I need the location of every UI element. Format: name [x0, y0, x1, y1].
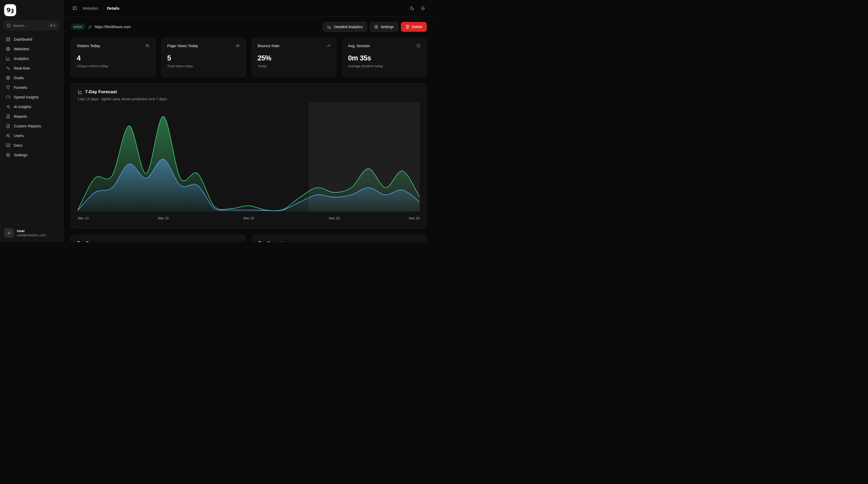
- stat-value: 25%: [257, 54, 331, 62]
- sidebar-item-reports[interactable]: Reports: [3, 112, 60, 121]
- chart-column-icon: [327, 25, 332, 29]
- stat-value: 4: [77, 54, 150, 62]
- sidebar-item-realtime[interactable]: Real-time: [3, 64, 60, 73]
- stat-card-visitors: Visitors Today 4 Unique visitors today: [71, 38, 156, 77]
- activity-icon: [6, 66, 10, 70]
- stat-value: 0m 35s: [348, 54, 421, 62]
- search-placeholder: Search...: [13, 24, 46, 28]
- svg-text:Mar 15: Mar 15: [158, 216, 169, 220]
- stat-caption: Total views today: [167, 64, 240, 68]
- funnel-icon: [6, 85, 10, 90]
- notifications-button[interactable]: [418, 4, 427, 13]
- sidebar-item-label: Analytics: [14, 57, 29, 61]
- page-content: active https://the9thave.com Detailed An…: [63, 17, 434, 242]
- search-input[interactable]: Search... ⌘ K: [4, 21, 60, 30]
- stat-caption: Average duration today: [348, 64, 421, 68]
- theme-toggle-button[interactable]: [407, 4, 416, 13]
- delete-button[interactable]: Delete: [401, 22, 427, 32]
- settings-button[interactable]: Settings: [370, 22, 398, 32]
- trash-icon: [405, 25, 409, 29]
- app-logo[interactable]: 9ȝ: [4, 4, 16, 16]
- sparkles-icon: [6, 105, 10, 109]
- sidebar-item-label: Funnels: [14, 85, 27, 90]
- forecast-area-chart: Mar 10Mar 15Mar 20Mar 25Mar 30: [78, 103, 420, 225]
- sidebar-item-dashboard[interactable]: Dashboard: [3, 35, 60, 44]
- users-icon: [6, 133, 10, 138]
- sidebar-item-ai-insights[interactable]: AI Insights: [3, 103, 60, 111]
- sidebar-item-websites[interactable]: Websites: [3, 45, 60, 53]
- sidebar-item-label: Docs: [14, 143, 22, 147]
- panel-left-icon: [72, 6, 77, 10]
- sidebar-item-users[interactable]: Users: [3, 131, 60, 140]
- stat-card-avg-session: Avg. Session 0m 35s Average duration tod…: [342, 38, 427, 77]
- sidebar-item-label: Users: [14, 134, 24, 138]
- sidebar-item-speed-insights[interactable]: Speed Insights: [3, 93, 60, 102]
- breadcrumb-websites[interactable]: Websites: [83, 6, 98, 10]
- detailed-analytics-button[interactable]: Detailed Analytics: [323, 22, 367, 32]
- top-pages-title: Top Pages: [77, 241, 239, 242]
- moon-icon: [410, 6, 414, 10]
- main-area: Websites Details active https://the9thav…: [63, 0, 434, 242]
- detailed-analytics-label: Detailed Analytics: [334, 25, 363, 29]
- link-icon: [88, 25, 92, 29]
- sidebar-item-label: Reports: [14, 114, 27, 118]
- bottom-row: Top Pages Top Countries: [71, 235, 427, 242]
- top-countries-card: Top Countries: [252, 235, 427, 242]
- stat-caption: Today: [257, 64, 331, 68]
- forecast-title: 7-Day Forecast: [85, 89, 117, 94]
- site-url[interactable]: https://the9thave.com: [95, 25, 131, 29]
- forecast-subtitle: Last 14 days · lighter area shows predic…: [78, 97, 420, 101]
- file-plus-icon: [6, 124, 10, 129]
- settings-label: Settings: [381, 25, 394, 29]
- top-countries-title: Top Countries: [258, 241, 420, 242]
- sidebar-item-label: Goals: [14, 76, 24, 80]
- sidebar-item-custom-reports[interactable]: Custom Reports: [3, 122, 60, 131]
- topbar-actions: [407, 4, 427, 13]
- sidebar-item-goals[interactable]: Goals: [3, 74, 60, 82]
- user-email: user@ninelytics.com: [17, 233, 46, 237]
- search-shortcut: ⌘ K: [49, 23, 57, 28]
- sidebar-item-analytics[interactable]: Analytics: [3, 54, 60, 63]
- sidebar-item-label: Websites: [14, 47, 29, 51]
- stat-card-bounce-rate: Bounce Rate 25% Today: [252, 38, 336, 77]
- status-badge: active: [71, 24, 85, 30]
- book-open-icon: [6, 143, 10, 148]
- stat-card-page-views: Page Views Today 5 Total views today: [161, 38, 246, 77]
- sidebar-item-funnels[interactable]: Funnels: [3, 83, 60, 92]
- user-card[interactable]: U User user@ninelytics.com: [3, 224, 60, 238]
- chart-line-icon: [78, 90, 83, 94]
- clock-icon: [416, 44, 421, 48]
- stat-title: Bounce Rate: [257, 44, 279, 48]
- app-logo-text: 9ȝ: [6, 7, 14, 13]
- stat-title: Page Views Today: [167, 44, 198, 48]
- bell-icon: [421, 6, 425, 10]
- app-root: 9ȝ Search... ⌘ K Dashboard Websites Anal…: [0, 0, 434, 242]
- sidebar-nav: Dashboard Websites Analytics Real-time G…: [3, 35, 60, 160]
- file-text-icon: [6, 114, 10, 119]
- svg-text:Mar 25: Mar 25: [329, 216, 340, 220]
- target-icon: [6, 76, 10, 80]
- sidebar-item-label: AI Insights: [14, 105, 31, 109]
- delete-label: Delete: [412, 25, 422, 29]
- site-header-row: active https://the9thave.com Detailed An…: [71, 22, 427, 32]
- stats-row: Visitors Today 4 Unique visitors today P…: [71, 38, 427, 77]
- sidebar-item-label: Custom Reports: [14, 124, 41, 128]
- sidebar-toggle-button[interactable]: [70, 4, 79, 13]
- chevron-right-icon: [101, 6, 104, 10]
- sidebar-item-settings[interactable]: Settings: [3, 150, 60, 160]
- avatar: U: [4, 228, 14, 238]
- dashboard-icon: [6, 37, 10, 42]
- sidebar-item-docs[interactable]: Docs: [3, 141, 60, 150]
- users-icon: [145, 44, 150, 48]
- eye-icon: [236, 44, 240, 48]
- svg-text:Mar 20: Mar 20: [243, 216, 254, 220]
- sidebar-item-label: Dashboard: [14, 37, 32, 41]
- sidebar-item-label: Real-time: [14, 66, 30, 70]
- breadcrumb-details: Details: [107, 6, 119, 10]
- top-pages-card: Top Pages: [71, 235, 246, 242]
- sidebar: 9ȝ Search... ⌘ K Dashboard Websites Anal…: [0, 0, 63, 242]
- forecast-card: 7-Day Forecast Last 14 days · lighter ar…: [71, 83, 427, 228]
- stat-title: Visitors Today: [77, 44, 100, 48]
- breadcrumb: Websites Details: [83, 6, 119, 10]
- gear-icon: [374, 25, 378, 29]
